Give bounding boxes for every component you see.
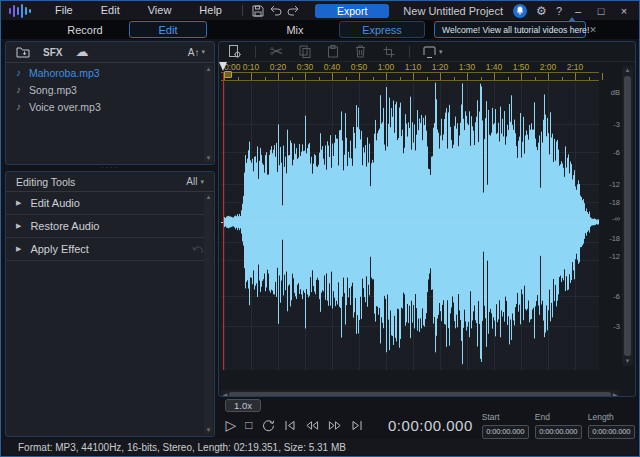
sfx-library-button[interactable]: SFX (43, 47, 62, 58)
export-button[interactable]: Export (315, 4, 389, 18)
waveform-zone[interactable]: 0:000:100:200:300:400:501:001:101:201:30… (219, 62, 635, 370)
transport-bar: 1.0x ▷ □ (218, 399, 636, 439)
rewind-button[interactable] (305, 417, 319, 433)
db-scale-label: -18 (609, 198, 620, 207)
cut-icon[interactable]: ✂ (269, 44, 284, 59)
menu-view[interactable]: View (134, 1, 186, 20)
sort-dropdown[interactable]: A↑▾ (188, 47, 205, 58)
tools-filter-dropdown[interactable]: All▾ (186, 176, 204, 187)
tooltip-close-icon[interactable]: ✕ (589, 25, 603, 35)
cloud-library-icon[interactable]: ☁ (75, 45, 88, 59)
tooltip-pointer (568, 17, 576, 22)
scroll-down-icon[interactable]: ▼ (625, 357, 631, 366)
ruler-tick-label: 1:40 (486, 62, 503, 72)
scroll-down-icon[interactable]: ▼ (206, 426, 212, 434)
length-value-field[interactable]: 0:00:00.000 (588, 425, 635, 439)
mode-tab-bar: RecordEditMixExpress Welcome! View all t… (1, 20, 639, 39)
start-field-group: Start0:00:00.000 (482, 412, 529, 439)
start-label: Start (482, 412, 529, 422)
paste-icon[interactable] (325, 44, 340, 59)
menu-help[interactable]: Help (185, 1, 236, 20)
scroll-up-icon[interactable]: ▲ (206, 193, 212, 201)
minimize-button[interactable]: – (571, 5, 585, 17)
tab-mix[interactable]: Mix (251, 21, 339, 38)
expand-arrow-icon[interactable]: ▶ (16, 245, 21, 253)
ruler-tick-label: 1:30 (459, 62, 476, 72)
help-icon[interactable]: ? (556, 5, 562, 17)
tools-scrollbar[interactable]: ▲ ▼ (204, 193, 213, 434)
scrollbar-thumb[interactable] (624, 76, 631, 356)
trim-icon[interactable] (381, 44, 396, 59)
app-window: FileEditViewHelp Export New Untitled Pro… (0, 0, 640, 457)
menu-edit[interactable]: Edit (87, 1, 134, 20)
ruler-tick-label: 2:00 (540, 62, 557, 72)
maximize-button[interactable]: □ (594, 5, 608, 17)
copy-icon[interactable] (297, 44, 312, 59)
file-item[interactable]: ♪Song.mp3 (6, 81, 204, 98)
scroll-up-icon[interactable]: ▲ (625, 66, 631, 75)
tool-category-label: Edit Audio (30, 197, 80, 209)
expand-arrow-icon[interactable]: ▶ (16, 222, 21, 230)
scrollbar-thumb[interactable] (229, 392, 611, 397)
music-note-icon: ♪ (16, 101, 21, 112)
toolbar-separator (242, 5, 243, 16)
expand-arrow-icon[interactable]: ▶ (16, 199, 21, 207)
loop-marker[interactable] (224, 71, 232, 78)
menu-file[interactable]: File (41, 1, 87, 20)
settings-gear-icon[interactable]: ⚙ (536, 4, 547, 18)
waveform-vertical-scrollbar[interactable]: ▲ ▼ (622, 66, 633, 366)
end-value-field[interactable]: 0:00:00.000 (535, 425, 582, 439)
close-button[interactable]: × (617, 5, 631, 17)
library-scrollbar[interactable]: ▲ ▼ (204, 65, 213, 162)
insert-select-tool[interactable]: ▾ (423, 46, 443, 58)
file-item[interactable]: ♪Mahoroba.mp3 (6, 64, 204, 81)
waveform-horizontal-scrollbar[interactable]: ◀ ▶ (221, 390, 619, 397)
tool-category-edit-audio[interactable]: ▶Edit Audio (6, 192, 214, 215)
import-file-icon[interactable] (15, 45, 30, 60)
file-format-info: Format: MP3, 44100Hz, 16-bits, Stereo, L… (18, 442, 346, 453)
chevron-down-icon: ▾ (201, 48, 205, 56)
app-logo-icon (1, 1, 41, 20)
playhead-handle-icon[interactable] (219, 62, 227, 71)
tab-edit[interactable]: Edit (129, 21, 207, 38)
left-sidebar: SFX ☁ A↑▾ ♪Mahoroba.mp3♪Song.mp3♪Voice o… (5, 41, 215, 437)
playhead-line[interactable] (223, 72, 224, 370)
fast-forward-button[interactable] (328, 417, 342, 433)
tool-category-restore-audio[interactable]: ▶Restore Audio (6, 215, 214, 238)
db-scale-label: -6 (613, 292, 620, 301)
properties-icon[interactable] (227, 44, 242, 59)
tool-category-apply-effect[interactable]: ▶Apply Effect (6, 238, 214, 261)
tab-express[interactable]: Express (339, 21, 425, 38)
db-scale-label: -12 (609, 252, 620, 261)
reset-effect-icon[interactable] (192, 244, 204, 255)
title-bar: FileEditViewHelp Export New Untitled Pro… (1, 1, 639, 20)
ruler-tick-label: 1:20 (432, 62, 449, 72)
scroll-right-icon[interactable]: ▶ (611, 391, 619, 397)
stop-button[interactable]: □ (245, 417, 252, 433)
loop-button[interactable] (262, 417, 275, 433)
tab-record[interactable]: Record (41, 21, 129, 38)
skip-to-end-button[interactable] (351, 417, 363, 433)
ruler-tick-label: 1:50 (513, 62, 530, 72)
redo-icon[interactable] (285, 3, 303, 19)
tool-category-label: Restore Audio (30, 220, 99, 232)
skip-to-start-button[interactable] (284, 417, 296, 433)
scroll-left-icon[interactable]: ◀ (221, 391, 229, 397)
delete-icon[interactable] (353, 44, 368, 59)
playback-speed-button[interactable]: 1.0x (225, 399, 261, 412)
start-value-field[interactable]: 0:00:00.000 (482, 425, 529, 439)
waveform-canvas[interactable] (221, 82, 599, 370)
play-button[interactable]: ▷ (226, 417, 237, 433)
file-item[interactable]: ♪Voice over.mp3 (6, 98, 204, 115)
file-name: Voice over.mp3 (29, 101, 101, 113)
scroll-down-icon[interactable]: ▼ (206, 154, 212, 162)
notifications-icon[interactable] (513, 4, 527, 18)
save-icon[interactable] (249, 3, 267, 19)
waveform-workspace: ✂ (218, 41, 636, 397)
media-library-panel: SFX ☁ A↑▾ ♪Mahoroba.mp3♪Song.mp3♪Voice o… (5, 41, 215, 165)
scroll-up-icon[interactable]: ▲ (206, 65, 212, 73)
timeline-ruler[interactable]: 0:000:100:200:300:400:501:001:101:201:30… (221, 62, 599, 82)
undo-icon[interactable] (267, 3, 285, 19)
ruler-tick-label: 1:00 (378, 62, 395, 72)
editing-tools-panel: Editing Tools All▾ ▶Edit Audio▶Restore A… (5, 171, 215, 437)
